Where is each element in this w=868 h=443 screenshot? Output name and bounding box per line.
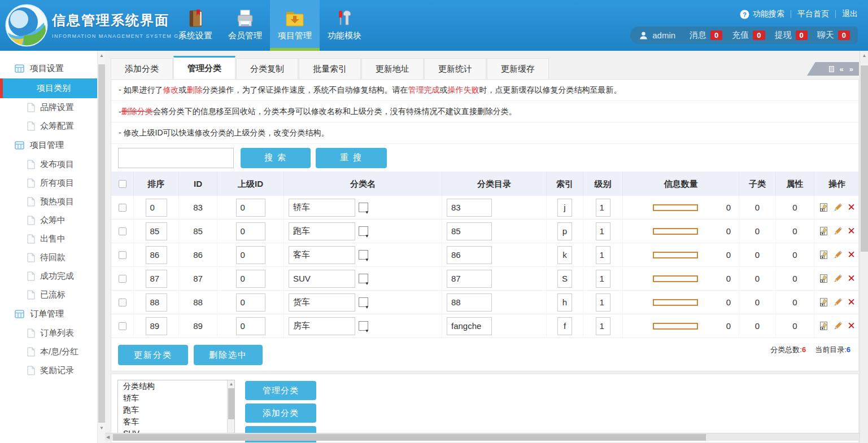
sidebar-item-待回款[interactable]: 待回款	[0, 248, 105, 267]
sidebar-item-品牌设置[interactable]: 品牌设置	[0, 98, 105, 117]
level-input[interactable]	[596, 270, 610, 288]
delete-selected-button[interactable]: 删除选中	[194, 345, 263, 365]
category-picker-icon[interactable]	[359, 250, 368, 260]
row-checkbox[interactable]	[119, 299, 127, 306]
edit-icon[interactable]	[833, 297, 843, 307]
edit-icon[interactable]	[833, 203, 843, 212]
category-name-input[interactable]	[289, 199, 355, 217]
scroll-up-icon[interactable]: ▲	[228, 381, 235, 387]
vertical-scrollbar[interactable]: ▲	[860, 51, 868, 443]
category-name-input[interactable]	[289, 317, 355, 335]
add-subcategory-icon[interactable]	[819, 274, 828, 283]
category-picker-icon[interactable]	[359, 203, 368, 212]
scroll-down-icon[interactable]: ▼	[98, 426, 106, 431]
delete-icon[interactable]: ✕	[847, 250, 855, 260]
sidebar-group-项目管理[interactable]: 项目管理	[0, 135, 105, 155]
tab-更新统计[interactable]: 更新统计	[424, 58, 486, 79]
category-picker-icon[interactable]	[359, 226, 368, 236]
select-all-checkbox[interactable]	[119, 180, 127, 188]
sidebar-item-成功完成[interactable]: 成功完成	[0, 267, 105, 286]
category-name-input[interactable]	[289, 270, 355, 288]
sidebar-item-订单列表[interactable]: 订单列表	[0, 324, 105, 343]
directory-input[interactable]	[447, 270, 492, 288]
structure-list-item[interactable]: 分类结构	[118, 380, 234, 392]
user-stat-聊天[interactable]: 聊天0	[817, 30, 850, 41]
edit-icon[interactable]	[833, 226, 843, 236]
sidebar-item-奖励记录[interactable]: 奖励记录	[0, 361, 105, 380]
user-stat-充值[interactable]: 充值0	[732, 30, 765, 41]
tab-更新地址[interactable]: 更新地址	[361, 58, 424, 79]
user-stat-提现[interactable]: 提现0	[775, 30, 808, 41]
directory-input[interactable]	[447, 199, 492, 217]
delete-icon[interactable]: ✕	[847, 297, 855, 307]
structure-button-添加分类[interactable]: 添加分类	[245, 403, 316, 423]
nav-item-功能模块[interactable]: 功能模块	[320, 0, 369, 51]
directory-input[interactable]	[447, 246, 492, 264]
parent-id-input[interactable]	[236, 199, 265, 217]
sidebar-item-出售中[interactable]: 出售中	[0, 230, 105, 248]
level-input[interactable]	[596, 246, 610, 264]
row-checkbox[interactable]	[119, 227, 127, 235]
sidebar-item-预热项目[interactable]: 预热项目	[0, 192, 105, 211]
sidebar-item-众筹配置[interactable]: 众筹配置	[0, 117, 105, 135]
parent-id-input[interactable]	[236, 317, 265, 335]
edit-icon[interactable]	[833, 250, 843, 260]
sort-input[interactable]	[146, 293, 167, 312]
category-name-input[interactable]	[289, 246, 355, 264]
tab-添加分类[interactable]: 添加分类	[111, 58, 173, 79]
add-subcategory-icon[interactable]	[819, 226, 828, 236]
row-checkbox[interactable]	[119, 251, 127, 259]
category-picker-icon[interactable]	[359, 321, 368, 331]
directory-input[interactable]	[447, 222, 492, 240]
scroll-right-icon[interactable]: »	[849, 65, 853, 73]
scroll-left-icon[interactable]: ◀	[106, 435, 110, 440]
index-input[interactable]	[557, 199, 572, 217]
level-input[interactable]	[596, 293, 610, 312]
listbox-scrollbar[interactable]: ▲	[227, 380, 234, 437]
delete-icon[interactable]: ✕	[847, 226, 855, 236]
add-subcategory-icon[interactable]	[819, 297, 828, 307]
quick-link-退出[interactable]: 退出	[842, 9, 858, 19]
scroll-left-icon[interactable]: «	[840, 65, 844, 73]
listbox-scroll-thumb[interactable]	[228, 388, 234, 419]
sort-input[interactable]	[146, 270, 167, 288]
search-button[interactable]: 搜 索	[241, 148, 311, 168]
row-checkbox[interactable]	[119, 204, 127, 212]
structure-list-item[interactable]: 客车	[118, 416, 234, 428]
edit-icon[interactable]	[833, 321, 843, 331]
structure-button-管理分类[interactable]: 管理分类	[245, 381, 316, 400]
row-checkbox[interactable]	[119, 275, 127, 283]
structure-list-item[interactable]: 轿车	[118, 392, 234, 404]
sidebar-item-发布项目[interactable]: 发布项目	[0, 155, 105, 174]
sidebar-scrollbar[interactable]: ▲ ▼	[97, 51, 105, 443]
tab-分类复制[interactable]: 分类复制	[236, 58, 298, 79]
scroll-up-icon[interactable]: ▲	[98, 53, 106, 58]
parent-id-input[interactable]	[236, 270, 265, 288]
parent-id-input[interactable]	[236, 246, 265, 264]
delete-icon[interactable]: ✕	[847, 321, 855, 331]
delete-icon[interactable]: ✕	[847, 203, 855, 212]
nav-item-系统设置[interactable]: 系统设置	[171, 0, 220, 51]
row-checkbox[interactable]	[119, 322, 127, 330]
category-name-input[interactable]	[289, 222, 355, 240]
level-input[interactable]	[596, 199, 610, 217]
level-input[interactable]	[596, 317, 610, 335]
nav-item-会员管理[interactable]: 会员管理	[220, 0, 270, 51]
quick-link-功能搜索[interactable]: ?功能搜索	[740, 9, 784, 19]
index-input[interactable]	[557, 222, 572, 240]
delete-icon[interactable]: ✕	[847, 274, 855, 283]
nav-item-项目管理[interactable]: 项目管理	[270, 0, 320, 51]
category-picker-icon[interactable]	[359, 274, 368, 283]
add-subcategory-icon[interactable]	[819, 250, 828, 260]
structure-listbox[interactable]: 分类结构轿车跑车客车SUV ▲	[117, 380, 235, 437]
tabbar-collapse-widget[interactable]: «»	[807, 62, 859, 76]
quick-link-平台首页[interactable]: 平台首页	[797, 9, 829, 19]
add-subcategory-icon[interactable]	[819, 321, 828, 331]
parent-id-input[interactable]	[236, 222, 265, 240]
directory-input[interactable]	[447, 317, 492, 335]
sidebar-group-项目设置[interactable]: 项目设置	[0, 59, 105, 78]
structure-list-item[interactable]: 跑车	[118, 404, 234, 416]
update-categories-button[interactable]: 更新分类	[118, 345, 188, 365]
sort-input[interactable]	[146, 246, 167, 264]
category-name-input[interactable]	[289, 293, 355, 312]
